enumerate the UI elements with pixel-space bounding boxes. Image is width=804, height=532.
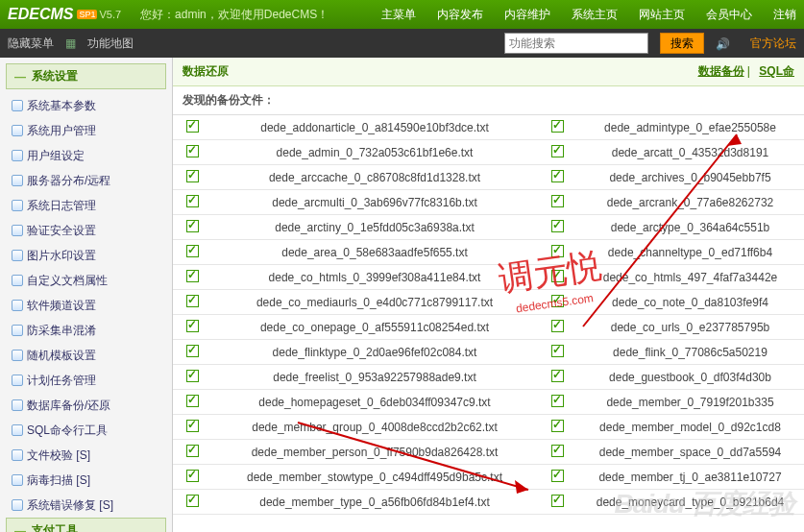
forum-link[interactable]: 官方论坛 <box>750 36 796 52</box>
nav-publish[interactable]: 内容发布 <box>437 7 483 23</box>
sidebar-item[interactable]: 防采集串混淆 <box>6 318 166 343</box>
filename-left: dede_freelist_0_953a92257988ade9.txt <box>211 371 538 384</box>
sidebar-item[interactable]: 用户组设定 <box>6 143 166 168</box>
filename-left: dede_flinktype_0_2d0ae96fef02c084.txt <box>211 346 538 359</box>
sidebar-item[interactable]: 验证安全设置 <box>6 218 166 243</box>
sidebar-item[interactable]: 图片水印设置 <box>6 243 166 268</box>
checkbox[interactable] <box>551 120 564 133</box>
checkbox[interactable] <box>551 270 564 282</box>
checkbox[interactable] <box>186 220 199 232</box>
sidebar-item[interactable]: 软件频道设置 <box>6 293 166 318</box>
table-row: dede_co_onepage_0_af555911c08254ed.txtde… <box>173 315 804 340</box>
sidebar-group-payment[interactable]: —支付工具 <box>6 518 166 532</box>
filename-left: dede_member_stowtype_0_c494dff495d9ba5c.… <box>211 471 538 484</box>
sidebar-item[interactable]: 数据库备份/还原 <box>6 393 166 418</box>
table-row: dede_arccache_0_c86708c8fd1d1328.txtdede… <box>173 165 804 190</box>
checkbox[interactable] <box>186 495 199 507</box>
checkbox[interactable] <box>186 320 199 332</box>
checkbox[interactable] <box>186 170 199 182</box>
sidebar-item[interactable]: 计划任务管理 <box>6 368 166 393</box>
checkbox[interactable] <box>186 445 199 457</box>
checkbox[interactable] <box>551 445 564 457</box>
nav-sitehome[interactable]: 网站主页 <box>639 7 685 23</box>
sidebar-item[interactable]: 系统基本参数 <box>6 93 166 118</box>
filename-left: dede_co_mediaurls_0_e4d0c771c8799117.txt <box>211 296 538 309</box>
sidebar-item[interactable]: SQL命令行工具 <box>6 418 166 443</box>
table-row: dede_member_group_0_4008de8ccd2b2c62.txt… <box>173 415 804 440</box>
table-row: dede_freelist_0_953a92257988ade9.txtdede… <box>173 365 804 390</box>
top-nav: 主菜单 内容发布 内容维护 系统主页 网站主页 会员中心 注销 <box>381 7 796 23</box>
filename-right: dede_co_urls_0_e237785795b <box>576 321 804 334</box>
filename-right: dede_member_model_0_d92c1cd8 <box>576 421 804 434</box>
nav-main[interactable]: 主菜单 <box>381 7 416 23</box>
filename-left: dede_area_0_58e683aadfe5f655.txt <box>211 246 538 259</box>
checkbox[interactable] <box>551 170 564 182</box>
filename-left: dede_arccache_0_c86708c8fd1d1328.txt <box>211 171 538 184</box>
filename-left: dede_co_onepage_0_af555911c08254ed.txt <box>211 321 538 334</box>
filename-right: dede_member_tj_0_ae3811e10727 <box>576 471 804 484</box>
checkbox[interactable] <box>186 470 199 482</box>
checkbox[interactable] <box>551 195 564 207</box>
table-row: dede_area_0_58e683aadfe5f655.txtdede_cha… <box>173 240 804 265</box>
filename-left: dede_member_group_0_4008de8ccd2b2c62.txt <box>211 421 538 434</box>
checkbox[interactable] <box>551 470 564 482</box>
hide-menu-link[interactable]: 隐藏菜单 <box>8 36 54 52</box>
sub-bar: 隐藏菜单 ▦ 功能地图 搜索 🔊 官方论坛 <box>0 29 804 58</box>
checkbox[interactable] <box>551 320 564 332</box>
sidebar-item[interactable]: 随机模板设置 <box>6 343 166 368</box>
filename-left: dede_addonarticle_0_a814590e10bf3dce.txt <box>211 121 538 134</box>
checkbox[interactable] <box>551 495 564 507</box>
table-row: dede_admin_0_732a053c61bf1e6e.txtdede_ar… <box>173 140 804 165</box>
checkbox[interactable] <box>186 145 199 157</box>
sidebar-item[interactable]: 系统用户管理 <box>6 118 166 143</box>
nav-syshome[interactable]: 系统主页 <box>572 7 618 23</box>
checkbox[interactable] <box>186 420 199 432</box>
checkbox[interactable] <box>551 370 564 382</box>
sidebar-item[interactable]: 系统日志管理 <box>6 193 166 218</box>
logo-text: EDECMS <box>8 6 73 23</box>
nav-member[interactable]: 会员中心 <box>706 7 752 23</box>
checkbox[interactable] <box>551 295 564 307</box>
checkbox[interactable] <box>186 295 199 307</box>
content-subtitle: 发现的备份文件： <box>173 86 804 115</box>
content-title-bar: 数据还原 数据备份 | SQL命 <box>173 58 804 86</box>
checkbox[interactable] <box>551 395 564 407</box>
sidebar-item[interactable]: 服务器分布/远程 <box>6 168 166 193</box>
filename-right: dede_channeltype_0_ed71ff6b4 <box>576 246 804 259</box>
sidebar-item[interactable]: 系统错误修复 [S] <box>6 493 166 518</box>
checkbox[interactable] <box>186 270 199 282</box>
nav-logout[interactable]: 注销 <box>773 7 796 23</box>
filename-right: dede_co_note_0_da8103fe9f4 <box>576 296 804 309</box>
logo-ver: V5.7 <box>99 9 121 20</box>
link-backup[interactable]: 数据备份 <box>698 64 744 78</box>
checkbox[interactable] <box>186 195 199 207</box>
sidebar-group-system[interactable]: —系统设置 <box>6 63 166 89</box>
checkbox[interactable] <box>186 395 199 407</box>
search-input[interactable] <box>504 33 648 54</box>
sidebar-item[interactable]: 文件校验 [S] <box>6 443 166 468</box>
filename-right: dede_co_htmls_497_4faf7a3442e <box>576 271 804 284</box>
checkbox[interactable] <box>551 220 564 232</box>
checkbox[interactable] <box>186 370 199 382</box>
checkbox[interactable] <box>186 345 199 357</box>
checkbox[interactable] <box>551 245 564 257</box>
nav-maintain[interactable]: 内容维护 <box>504 7 550 23</box>
sidebar: —系统设置 系统基本参数系统用户管理用户组设定服务器分布/远程系统日志管理验证安… <box>0 58 173 532</box>
sidebar-item[interactable]: 自定义文档属性 <box>6 268 166 293</box>
checkbox[interactable] <box>551 420 564 432</box>
checkbox[interactable] <box>551 145 564 157</box>
checkbox[interactable] <box>186 245 199 257</box>
greeting: 您好：admin，欢迎使用DedeCMS！ <box>140 7 329 23</box>
logo-sp: SP1 <box>77 10 97 19</box>
filename-right: dede_guestbook_0_df03f4d30b <box>576 371 804 384</box>
checkbox[interactable] <box>551 345 564 357</box>
search-button[interactable]: 搜索 <box>660 33 704 54</box>
table-row: dede_arctiny_0_1e5fdd05c3a6938a.txtdede_… <box>173 215 804 240</box>
filename-left: dede_arctiny_0_1e5fdd05c3a6938a.txt <box>211 221 538 234</box>
link-sql[interactable]: SQL命 <box>759 64 794 78</box>
sitemap-link[interactable]: 功能地图 <box>87 36 134 52</box>
filename-left: dede_arcmulti_0_3ab696v77fc8316b.txt <box>211 196 538 209</box>
sidebar-item[interactable]: 病毒扫描 [S] <box>6 468 166 493</box>
sound-icon: 🔊 <box>716 37 729 49</box>
checkbox[interactable] <box>186 120 199 133</box>
